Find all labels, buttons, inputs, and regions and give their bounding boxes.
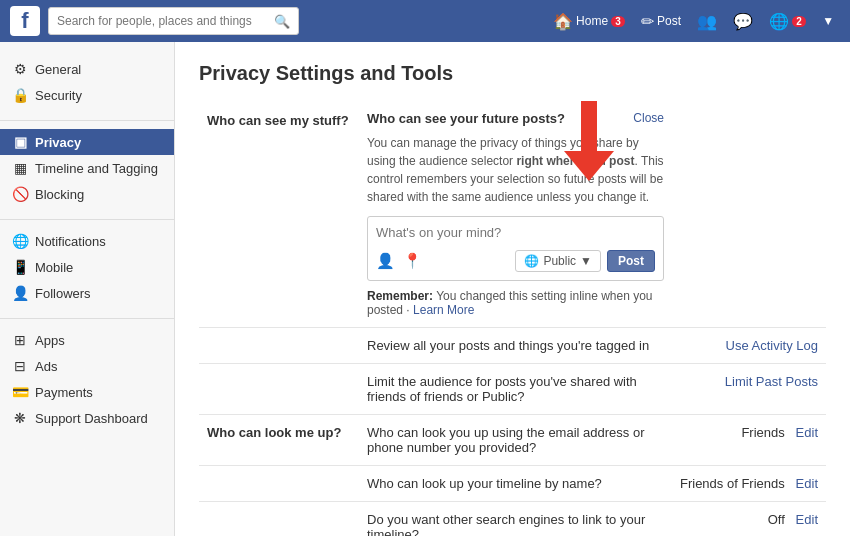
row-review-desc: Review all your posts and things you're … — [359, 328, 672, 364]
lookup-row1-action: Friends Edit — [672, 415, 826, 466]
arrow-down-container — [564, 101, 614, 184]
dropdown-nav-item[interactable]: ▼ — [816, 10, 840, 32]
privacy-icon: ▣ — [12, 134, 28, 150]
support-icon: ❋ — [12, 410, 28, 426]
home-nav-item[interactable]: 🏠 Home 3 — [547, 8, 631, 35]
nav-icons: 🏠 Home 3 ✏ Post 👥 💬 🌐 2 ▼ — [547, 8, 840, 35]
post-input[interactable] — [376, 225, 655, 240]
ads-icon: ⊟ — [12, 358, 28, 374]
future-posts-header: Who can see your future posts? Close — [367, 111, 664, 126]
row-limit-desc: Limit the audience for posts you've shar… — [359, 364, 672, 415]
sidebar-section-account: ⚙ General 🔒 Security — [0, 56, 174, 108]
post-box-icons: 👤 📍 — [376, 252, 422, 270]
row-limit-action: Limit Past Posts — [672, 364, 826, 415]
post-box: 👤 📍 🌐 Public ▼ Post — [367, 216, 664, 281]
future-posts-cell: Who can see your future posts? Close You… — [359, 101, 672, 328]
post-box-footer: 👤 📍 🌐 Public ▼ Post — [376, 250, 655, 272]
sidebar-item-timeline[interactable]: ▦ Timeline and Tagging — [0, 155, 174, 181]
sidebar-item-security[interactable]: 🔒 Security — [0, 82, 174, 108]
sidebar-section-privacy: ▣ Privacy ▦ Timeline and Tagging 🚫 Block… — [0, 129, 174, 207]
followers-icon: 👤 — [12, 285, 28, 301]
future-posts-outer: Who can see your future posts? Close You… — [367, 111, 664, 317]
sidebar-item-privacy[interactable]: ▣ Privacy — [0, 129, 174, 155]
lookup-row2-desc: Who can look up your timeline by name? — [359, 466, 672, 502]
post-nav-item[interactable]: ✏ Post — [635, 8, 687, 35]
row-review-action: Use Activity Log — [672, 328, 826, 364]
activity-log-link[interactable]: Use Activity Log — [726, 338, 819, 353]
sidebar-section-notifications: 🌐 Notifications 📱 Mobile 👤 Followers — [0, 228, 174, 306]
search-bar[interactable]: 🔍 — [48, 7, 299, 35]
lookup-row3-action: Off Edit — [672, 502, 826, 537]
section-label-lookup: Who can look me up? — [199, 415, 359, 466]
messages-icon: 💬 — [733, 12, 753, 31]
future-posts-description: You can manage the privacy of things you… — [367, 134, 664, 206]
lookup-row3-desc: Do you want other search engines to link… — [359, 502, 672, 537]
friends-icon: 👥 — [697, 12, 717, 31]
dropdown-icon: ▼ — [822, 14, 834, 28]
limit-past-posts-link[interactable]: Limit Past Posts — [725, 374, 818, 389]
facebook-logo: f — [10, 6, 40, 36]
gear-icon: ⚙ — [12, 61, 28, 77]
globe-nav-item[interactable]: 🌐 2 — [763, 8, 812, 35]
person-icon: 👤 — [376, 252, 395, 270]
section-label-see: Who can see my stuff? — [199, 101, 359, 328]
future-posts-title: Who can see your future posts? — [367, 111, 565, 126]
future-posts-action-cell — [672, 101, 826, 328]
sidebar-item-general[interactable]: ⚙ General — [0, 56, 174, 82]
public-button[interactable]: 🌐 Public ▼ — [515, 250, 601, 272]
sidebar-item-blocking[interactable]: 🚫 Blocking — [0, 181, 174, 207]
lookup-row1-edit[interactable]: Edit — [796, 425, 818, 440]
friends-nav-item[interactable]: 👥 — [691, 8, 723, 35]
post-button[interactable]: Post — [607, 250, 655, 272]
lookup-row1-desc: Who can look you up using the email addr… — [359, 415, 672, 466]
dropdown-chevron-icon: ▼ — [580, 254, 592, 268]
sidebar-section-apps: ⊞ Apps ⊟ Ads 💳 Payments ❋ Support Dashbo… — [0, 327, 174, 431]
row-lookup2: Who can look up your timeline by name? F… — [199, 466, 826, 502]
search-button[interactable]: 🔍 — [274, 14, 290, 29]
messages-nav-item[interactable]: 💬 — [727, 8, 759, 35]
mobile-icon: 📱 — [12, 259, 28, 275]
notifications-icon: 🌐 — [12, 233, 28, 249]
sidebar-item-support[interactable]: ❋ Support Dashboard — [0, 405, 174, 431]
section-who-can-see: Who can see my stuff? Who can see your f… — [199, 101, 826, 328]
blocking-icon: 🚫 — [12, 186, 28, 202]
sidebar-item-notifications[interactable]: 🌐 Notifications — [0, 228, 174, 254]
globe-small-icon: 🌐 — [524, 254, 539, 268]
settings-table: Who can see my stuff? Who can see your f… — [199, 101, 826, 536]
globe-icon: 🌐 — [769, 12, 789, 31]
sidebar-item-mobile[interactable]: 📱 Mobile — [0, 254, 174, 280]
globe-badge: 2 — [792, 16, 806, 27]
payments-icon: 💳 — [12, 384, 28, 400]
top-navigation: f 🔍 🏠 Home 3 ✏ Post 👥 💬 🌐 2 ▼ — [0, 0, 850, 42]
lookup-row3-edit[interactable]: Edit — [796, 512, 818, 527]
main-layout: ⚙ General 🔒 Security ▣ Privacy ▦ Timelin… — [0, 42, 850, 536]
search-input[interactable] — [57, 14, 274, 28]
home-badge: 3 — [611, 16, 625, 27]
home-icon: 🏠 — [553, 12, 573, 31]
lookup-row2-action: Friends of Friends Edit — [672, 466, 826, 502]
post-icon: ✏ — [641, 12, 654, 31]
section-lookup: Who can look me up? Who can look you up … — [199, 415, 826, 466]
learn-more-link[interactable]: Learn More — [413, 303, 474, 317]
arrow-down-icon — [564, 101, 614, 181]
remember-text: Remember: You changed this setting inlin… — [367, 289, 664, 317]
sidebar-item-payments[interactable]: 💳 Payments — [0, 379, 174, 405]
close-link[interactable]: Close — [633, 111, 664, 125]
lookup-row1-value: Friends — [741, 425, 784, 440]
sidebar: ⚙ General 🔒 Security ▣ Privacy ▦ Timelin… — [0, 42, 175, 536]
content-area: Privacy Settings and Tools Who can see m… — [175, 42, 850, 536]
sidebar-item-apps[interactable]: ⊞ Apps — [0, 327, 174, 353]
lookup-row2-value: Friends of Friends — [680, 476, 785, 491]
apps-icon: ⊞ — [12, 332, 28, 348]
lookup-row3-value: Off — [768, 512, 785, 527]
timeline-icon: ▦ — [12, 160, 28, 176]
row-limit-audience: Limit the audience for posts you've shar… — [199, 364, 826, 415]
sidebar-item-followers[interactable]: 👤 Followers — [0, 280, 174, 306]
page-title: Privacy Settings and Tools — [199, 62, 826, 85]
row-review-posts: Review all your posts and things you're … — [199, 328, 826, 364]
location-icon: 📍 — [403, 252, 422, 270]
sidebar-item-ads[interactable]: ⊟ Ads — [0, 353, 174, 379]
lookup-row2-edit[interactable]: Edit — [796, 476, 818, 491]
row-lookup3: Do you want other search engines to link… — [199, 502, 826, 537]
lock-icon: 🔒 — [12, 87, 28, 103]
